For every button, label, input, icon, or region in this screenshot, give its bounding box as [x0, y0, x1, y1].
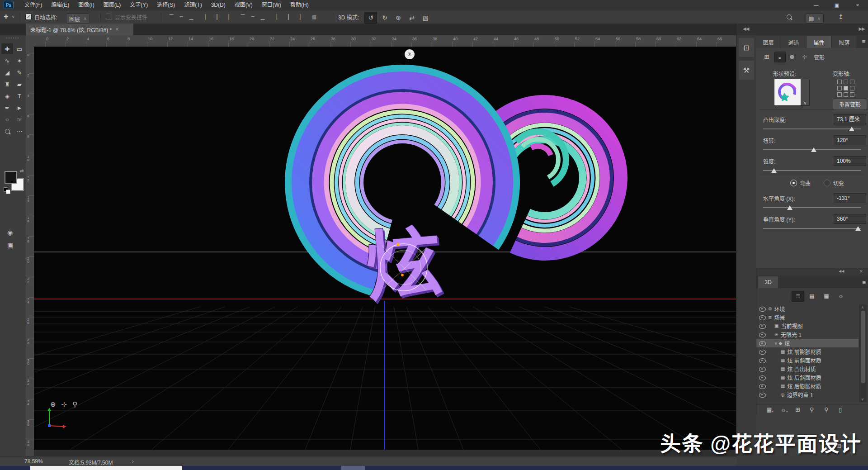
- share-icon[interactable]: ↥: [838, 10, 844, 23]
- status-chevron-icon[interactable]: ›: [132, 458, 134, 465]
- close-panel-icon[interactable]: ✕: [859, 269, 863, 274]
- pen-tool[interactable]: ✒: [1, 102, 13, 113]
- visibility-eye-icon[interactable]: [759, 367, 766, 372]
- field-value[interactable]: 120°: [834, 135, 866, 145]
- visibility-eye-icon[interactable]: [759, 375, 766, 380]
- align-icon-10[interactable]: ▏: [275, 13, 282, 20]
- 3d-list-item[interactable]: ☀无限光 1: [756, 330, 859, 339]
- field-value[interactable]: 100%: [834, 156, 866, 166]
- align-icon-4[interactable]: ▏: [203, 13, 211, 20]
- zoom-tool[interactable]: [1, 126, 13, 137]
- delete-button[interactable]: ▯: [839, 406, 842, 413]
- angle-2-slider[interactable]: [763, 228, 861, 229]
- 3d-list-item[interactable]: ∨◆炫: [756, 339, 859, 347]
- show-transform-checkbox[interactable]: [106, 14, 112, 20]
- eraser-tool[interactable]: ▰: [14, 79, 25, 90]
- menu-item-3[interactable]: 图像(I): [74, 0, 99, 10]
- menu-item-11[interactable]: 帮助(H): [286, 0, 313, 10]
- field-3-slider[interactable]: [763, 170, 861, 171]
- collapse-panels-icon[interactable]: ▶▶: [859, 26, 865, 31]
- 3d-filter-icon-1[interactable]: ≣: [792, 291, 804, 302]
- shape-preset-dropdown[interactable]: ∨: [801, 79, 810, 106]
- taskbar-item[interactable]: [341, 466, 365, 470]
- visibility-eye-icon[interactable]: [759, 393, 766, 398]
- angle-1-slider-thumb[interactable]: [787, 205, 793, 210]
- visibility-eye-icon[interactable]: [759, 341, 766, 346]
- 3d-list-item[interactable]: ◎边界约束 1: [756, 390, 859, 399]
- path-select-tool[interactable]: ►: [14, 102, 25, 113]
- expander-chevron-icon[interactable]: ∨: [774, 341, 778, 346]
- bend-radio[interactable]: 弯曲: [790, 179, 811, 187]
- expand-panels-icon[interactable]: ◀◀: [743, 26, 749, 31]
- properties-icon-4[interactable]: ⊹: [799, 52, 810, 62]
- unpin-button[interactable]: ⚲: [824, 406, 829, 413]
- angle-2-slider-thumb[interactable]: [855, 226, 861, 231]
- 3d-list-item[interactable]: ▦炫 后膨胀材质: [756, 382, 859, 390]
- window-close-button[interactable]: ×: [847, 0, 868, 10]
- menu-item-9[interactable]: 视图(V): [230, 0, 257, 10]
- field-1-slider-thumb[interactable]: [849, 127, 854, 131]
- visibility-eye-icon[interactable]: [759, 332, 766, 337]
- foreground-color-swatch[interactable]: [5, 171, 17, 184]
- align-icon-8[interactable]: ━: [249, 13, 256, 20]
- field-1-slider[interactable]: [763, 128, 861, 129]
- 3d-list-item[interactable]: ▦炫 后斜面材质: [756, 373, 859, 382]
- move-tool-option-icon[interactable]: ✚: [4, 10, 8, 23]
- menu-item-8[interactable]: 3D(D): [207, 0, 230, 10]
- 3d-filter-icon-3[interactable]: ▦: [821, 291, 832, 301]
- tab-通道[interactable]: 通道: [781, 36, 807, 48]
- add-3d-object-button[interactable]: ⊞: [795, 406, 800, 413]
- 3d-list-item[interactable]: ▦炫 凸出材质: [756, 365, 859, 373]
- swap-colors-icon[interactable]: ⇄: [20, 168, 24, 173]
- add-light-button[interactable]: ☼▾: [781, 406, 788, 413]
- align-icon-2[interactable]: ━: [178, 13, 185, 20]
- zoom-level[interactable]: 78.59%: [24, 458, 43, 465]
- quick-mask-button[interactable]: ◉: [7, 229, 13, 236]
- 3d-list-item[interactable]: ▦炫 前斜面材质: [756, 356, 859, 365]
- visibility-eye-icon[interactable]: [759, 384, 766, 389]
- 3d-light-widget[interactable]: ✳: [405, 49, 415, 59]
- visibility-eye-icon[interactable]: [759, 324, 766, 329]
- tab-段落[interactable]: 段落: [832, 36, 857, 48]
- edit-toolbar[interactable]: ⋯: [14, 126, 25, 137]
- gizmo-handle[interactable]: [401, 274, 404, 276]
- 3d-filter-icon-2[interactable]: ▤: [806, 291, 818, 301]
- 3d-view-widget-icon-3[interactable]: ⚲: [72, 400, 77, 408]
- tool-preset-chevron-icon[interactable]: ∨: [12, 10, 15, 23]
- pin-button[interactable]: ⚲: [810, 406, 814, 413]
- collapsed-panel-button-1[interactable]: ⊡: [739, 38, 754, 57]
- collapse-panel-icon[interactable]: ◀◀: [839, 269, 844, 273]
- scroll-down-icon[interactable]: ∨: [861, 397, 864, 401]
- 3d-mode-icon-1[interactable]: ↺: [364, 12, 377, 24]
- panel-menu-icon[interactable]: ≡: [862, 38, 865, 45]
- properties-icon-1[interactable]: ⊞: [761, 52, 772, 62]
- menu-item-6[interactable]: 选择(S): [152, 0, 179, 10]
- 3d-list-item[interactable]: ≣场景: [756, 313, 859, 322]
- align-icon-9[interactable]: ▁: [259, 13, 266, 20]
- 3d-mode-icon-5[interactable]: ▧: [420, 12, 431, 23]
- angle-1-slider[interactable]: [763, 207, 861, 208]
- move-tool[interactable]: ✚: [1, 43, 13, 54]
- visibility-eye-icon[interactable]: [759, 307, 766, 312]
- gradient-tool[interactable]: ◈: [1, 90, 13, 101]
- hand-tool[interactable]: ☞: [14, 114, 25, 125]
- align-icon-3[interactable]: ▁: [188, 13, 195, 20]
- tab-属性[interactable]: 属性: [807, 36, 832, 48]
- type-tool[interactable]: T: [14, 90, 25, 101]
- align-icon-13[interactable]: ▦: [311, 13, 318, 20]
- scroll-up-icon[interactable]: ∧: [861, 305, 864, 309]
- 3d-list-item[interactable]: ▦炫 前膨胀材质: [756, 347, 859, 356]
- auto-select-dropdown[interactable]: 图层∨: [66, 14, 90, 24]
- collapsed-panel-button-2[interactable]: ⚒: [739, 61, 754, 80]
- scrollbar-thumb[interactable]: [861, 311, 865, 383]
- ruler-vertical[interactable]: 02468101214161820222426283032343638: [26, 47, 34, 456]
- shape-tool[interactable]: ○: [1, 114, 13, 125]
- menu-item-5[interactable]: 文字(Y): [125, 0, 152, 10]
- align-icon-6[interactable]: ▕: [223, 13, 231, 20]
- align-icon-7[interactable]: ▔: [239, 13, 246, 20]
- properties-icon-2[interactable]: ◒: [774, 52, 786, 62]
- pencil-tool[interactable]: ✎: [14, 67, 25, 78]
- align-icon-5[interactable]: ┃: [213, 13, 221, 20]
- scrollbar[interactable]: ∧ ∨: [859, 304, 867, 402]
- field-2-slider[interactable]: [763, 149, 861, 150]
